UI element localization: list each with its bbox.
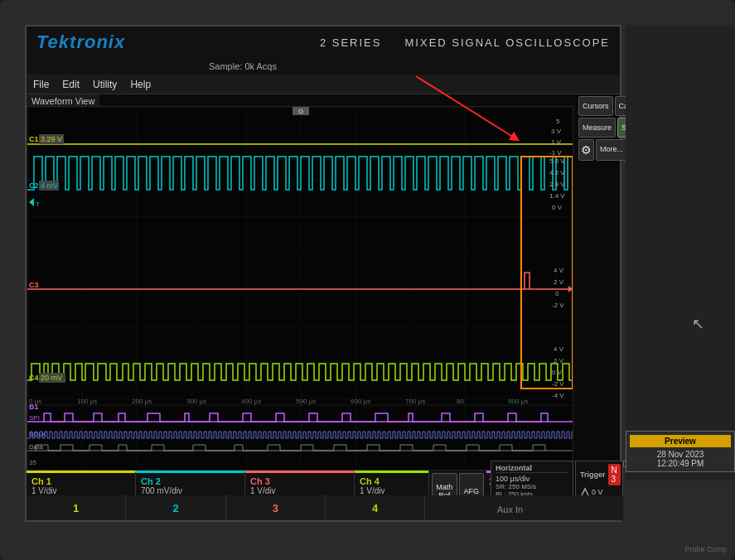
svg-text:0 V: 0 V (552, 204, 563, 211)
oscilloscope-frame: Tektronix 2 SERIES MIXED SIGNAL OSCILLOS… (0, 0, 735, 560)
horizontal-time-div: 100 μs/div (496, 475, 568, 483)
svg-text:2.8 V: 2.8 V (549, 181, 565, 188)
menu-help[interactable]: Help (130, 79, 151, 90)
ch1-voltage: 1 V/div (31, 486, 130, 495)
brand-logo: Tektronix (36, 31, 125, 53)
svg-text:20 mV: 20 mV (41, 374, 62, 382)
svg-text:C3: C3 (29, 281, 39, 289)
channel-button-3[interactable]: 3 (226, 495, 326, 520)
svg-text:-1 V: -1 V (549, 149, 562, 157)
svg-text:600 μs: 600 μs (351, 398, 370, 405)
svg-text:0 μs: 0 μs (29, 398, 41, 405)
bottom-number-row: 1 2 3 4 (27, 495, 623, 520)
svg-text:T: T (36, 200, 40, 208)
channel-button-2[interactable]: 2 (126, 495, 225, 520)
trigger-badge: N 3 (608, 464, 621, 485)
svg-text:0: 0 (555, 290, 559, 297)
svg-text:5.6 V: 5.6 V (549, 157, 565, 165)
svg-text:3 V: 3 V (551, 128, 562, 135)
svg-text:-4 V: -4 V (552, 392, 564, 399)
measure-button[interactable]: Measure (578, 118, 616, 138)
main-screen: Tektronix 2 SERIES MIXED SIGNAL OSCILLOS… (25, 25, 621, 522)
probe-comp-label: Probe Comp (684, 545, 727, 553)
svg-text:400 μs: 400 μs (241, 398, 261, 405)
svg-text:1.4 V: 1.4 V (549, 192, 565, 200)
svg-text:100 μs: 100 μs (77, 398, 97, 405)
zoom-icon-button[interactable]: ⚙ (578, 139, 594, 161)
svg-text:SCLK: SCLK (29, 431, 47, 438)
menu-utility[interactable]: Utility (93, 79, 117, 90)
svg-text:SPI: SPI (29, 414, 40, 422)
channel-button-1[interactable]: 1 (27, 495, 126, 520)
svg-text:C1: C1 (29, 135, 39, 143)
aux-in-label: Aux In (497, 504, 523, 514)
horizontal-label: Horizontal (496, 464, 568, 473)
svg-text:5: 5 (556, 118, 560, 125)
waveform-display[interactable]: G (27, 106, 573, 471)
svg-text:80: 80 (457, 398, 464, 405)
mouse-cursor-icon: ↖ (692, 315, 704, 333)
svg-text:300 μs: 300 μs (186, 398, 206, 405)
svg-text:-2 V: -2 V (552, 302, 564, 309)
svg-text:900 μs: 900 μs (508, 398, 528, 405)
brand-title: 2 SERIES MIXED SIGNAL OSCILLOSCOPE (320, 36, 610, 49)
svg-text:C4: C4 (29, 374, 39, 382)
svg-text:500 μs: 500 μs (296, 398, 316, 405)
preview-time: 12:20:49 PM (630, 459, 731, 468)
trigger-section: Trigger N 3 0 V (575, 461, 623, 500)
brand-bar: Tektronix 2 SERIES MIXED SIGNAL OSCILLOS… (27, 27, 620, 58)
svg-text:Data: Data (29, 443, 43, 451)
svg-text:G: G (298, 108, 303, 115)
svg-rect-0 (27, 107, 573, 470)
svg-text:4 mV: 4 mV (41, 181, 58, 190)
svg-text:4 V: 4 V (554, 267, 564, 274)
svg-text:1 V: 1 V (551, 138, 562, 146)
svg-text:35: 35 (29, 459, 36, 466)
svg-text:700 μs: 700 μs (405, 398, 425, 405)
preview-label[interactable]: Preview (630, 435, 731, 447)
svg-text:3.29 V: 3.29 V (41, 135, 62, 143)
svg-text:2 V: 2 V (554, 278, 564, 286)
svg-text:C2: C2 (29, 181, 39, 190)
horizontal-sr: SR: 250 MS/s (496, 483, 568, 490)
right-panel-buttons: Cursors Callout Measure Search ⚙ More... (577, 94, 623, 162)
svg-text:4.2 V: 4.2 V (549, 169, 565, 176)
channel-button-4[interactable]: 4 (326, 495, 425, 520)
menu-file[interactable]: File (33, 79, 49, 90)
svg-text:200 μs: 200 μs (132, 398, 152, 405)
cursors-button[interactable]: Cursors (578, 96, 613, 116)
math-label: Math (436, 483, 452, 491)
menu-bar: File Edit Utility Help (27, 75, 620, 94)
ch3-label: Ch 3 (250, 476, 349, 486)
sample-info: Sample: 0k Acqs (27, 58, 620, 75)
preview-date: 28 Nov 2023 (630, 450, 731, 459)
ch1-label: Ch 1 (31, 476, 130, 486)
menu-edit[interactable]: Edit (62, 79, 80, 90)
right-bezel: Preview 28 Nov 2023 12:20:49 PM ↖ (626, 25, 735, 480)
more-button[interactable]: More... (596, 139, 627, 161)
svg-text:4 V: 4 V (554, 345, 564, 353)
svg-text:-2 V: -2 V (552, 380, 564, 388)
ch2-voltage: 700 mV/div (141, 486, 239, 495)
svg-text:2 V: 2 V (554, 357, 564, 364)
trigger-label: Trigger (580, 471, 606, 479)
ch2-label: Ch 2 (141, 476, 239, 486)
preview-panel: Preview 28 Nov 2023 12:20:49 PM (626, 431, 735, 472)
svg-text:0 V: 0 V (552, 369, 563, 376)
ch3-voltage: 1 V/div (250, 486, 349, 495)
